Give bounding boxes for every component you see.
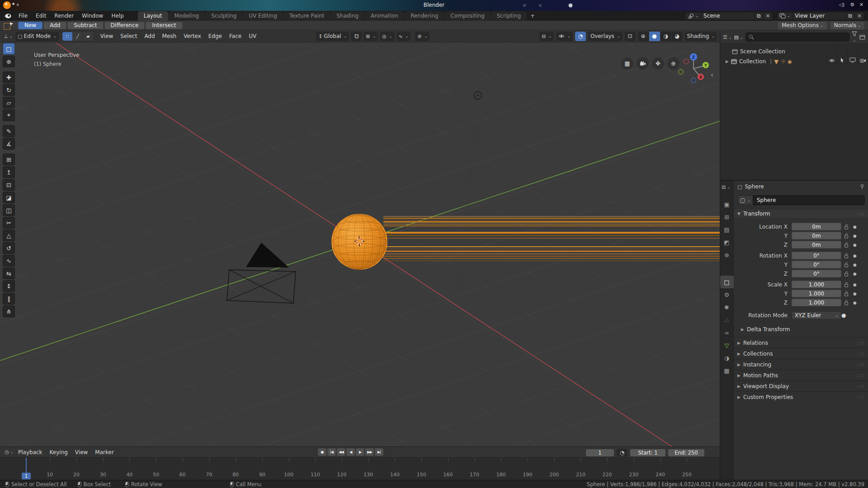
outliner-filter-icon[interactable]: ⌄ bbox=[852, 31, 857, 43]
playhead-frame-badge[interactable]: 1 bbox=[22, 473, 31, 479]
sidebar-collapse-icon[interactable]: ‹ bbox=[711, 71, 713, 79]
unlock-icon[interactable] bbox=[841, 233, 851, 239]
timeline-menu[interactable]: Marker bbox=[91, 448, 117, 456]
menubar-menu[interactable]: Window bbox=[78, 12, 107, 20]
viewport-visibility-icon[interactable] bbox=[847, 44, 858, 64]
tool-bevel[interactable]: ◪ bbox=[3, 192, 15, 203]
expand-icon[interactable]: ▶ bbox=[726, 59, 729, 64]
tab-object[interactable]: □ bbox=[720, 276, 734, 288]
tab-view-layer[interactable]: ▤ bbox=[720, 223, 734, 236]
wireframe-shading-icon[interactable]: ⊕ bbox=[638, 32, 649, 41]
ortho-grid-icon[interactable]: ▦ bbox=[621, 57, 633, 70]
frame-end-field[interactable]: End: 250 bbox=[668, 449, 704, 456]
use-preview-range-icon[interactable]: ◔ bbox=[617, 449, 627, 456]
collapsed-panel[interactable]: ▶Collections:::: bbox=[734, 348, 868, 359]
hide-eye-icon[interactable] bbox=[826, 44, 837, 64]
overlays-toggle-icon[interactable]: ◔ bbox=[575, 32, 586, 41]
animate-dot-icon[interactable]: ● bbox=[851, 282, 859, 287]
menubar-menu[interactable]: File bbox=[14, 12, 32, 20]
value-field[interactable]: 1.000 bbox=[792, 281, 841, 288]
workspace-tab[interactable]: Shading bbox=[330, 11, 364, 21]
panel-drag-dots[interactable]: :::: bbox=[858, 384, 865, 389]
tool-shear[interactable]: ∥ bbox=[3, 293, 15, 305]
value-field[interactable]: 0m bbox=[792, 223, 841, 230]
viewport-menu[interactable]: Vertex bbox=[180, 32, 205, 40]
view-layer-icon[interactable]: ⌄ bbox=[777, 12, 793, 20]
animate-dot-icon[interactable]: ● bbox=[851, 243, 859, 247]
visibility-dropdown[interactable]: ⌄ bbox=[556, 32, 573, 41]
value-field[interactable]: 1.000 bbox=[792, 299, 841, 306]
workspace-tab[interactable]: Sculpting bbox=[205, 11, 242, 21]
tool-move[interactable]: ✚ bbox=[3, 71, 15, 83]
face-select-mode[interactable]: ▰ bbox=[83, 32, 93, 41]
record-button[interactable]: ● bbox=[318, 448, 326, 456]
scene-copy-icon[interactable]: ⧉ bbox=[754, 12, 763, 20]
value-field[interactable]: 0° bbox=[792, 261, 841, 268]
viewport-menu[interactable]: Select bbox=[117, 32, 141, 40]
outliner-search-input[interactable] bbox=[745, 33, 849, 42]
jump-to-end-button[interactable]: ▶| bbox=[375, 448, 383, 456]
tab-render[interactable]: ▣ bbox=[720, 198, 734, 211]
view-layer-remove-icon[interactable]: × bbox=[854, 12, 864, 20]
tab-output[interactable]: ⊞ bbox=[720, 211, 734, 223]
value-field[interactable]: 0m bbox=[792, 232, 841, 239]
tool-annotate[interactable]: ✎ bbox=[3, 125, 15, 137]
properties-editor[interactable]: ▤⌄ ▣⊞▤◩⊕□⚙✱∴∞▽◑▩ ▢ Sphere ▢⌄ Sphere ▼ Tr… bbox=[720, 181, 868, 480]
collapsed-panel[interactable]: ▶Motion Paths:::: bbox=[734, 370, 868, 380]
3d-viewport[interactable]: ⊥⌄ ▢ Edit Mode⌄ ∷╱▰ ViewSelectAddMeshVer… bbox=[0, 30, 720, 446]
outliner-editor-type-icon[interactable]: ☰⌄ bbox=[723, 34, 732, 40]
camera-view-icon[interactable] bbox=[637, 57, 649, 70]
boolean-mode-button[interactable]: Subtract bbox=[67, 22, 103, 29]
session-close-icon[interactable]: ✕ bbox=[859, 2, 863, 8]
boolean-mode-button[interactable]: Intersect bbox=[146, 22, 182, 29]
tool-shrink-fatten[interactable]: ↕ bbox=[3, 280, 15, 292]
tab-world[interactable]: ⊕ bbox=[720, 249, 734, 261]
scene-unlink-icon[interactable]: × bbox=[763, 12, 773, 20]
tool-rotate[interactable]: ↻ bbox=[3, 84, 15, 96]
workspace-tab[interactable]: UV Editing bbox=[243, 11, 283, 21]
delta-transform-subpanel[interactable]: ▶Delta Transform bbox=[734, 325, 868, 334]
menubar-menu[interactable]: Help bbox=[107, 12, 127, 20]
unlock-icon[interactable] bbox=[841, 224, 851, 230]
unlock-icon[interactable] bbox=[841, 291, 851, 296]
unlock-icon[interactable] bbox=[841, 262, 851, 267]
xray-toggle-icon[interactable]: ⊡ bbox=[625, 32, 636, 41]
add-workspace-button[interactable]: + bbox=[527, 11, 538, 21]
animate-dot-icon[interactable]: ● bbox=[851, 300, 859, 305]
object-type-icon[interactable]: ▢⌄ bbox=[737, 195, 753, 205]
collapsed-panel[interactable]: ▶Custom Properties:::: bbox=[734, 391, 868, 402]
navigation-gizmo[interactable]: Z Y X bbox=[677, 51, 710, 83]
menubar-menu[interactable]: Render bbox=[50, 12, 78, 20]
timeline-editor-type-icon[interactable]: ◷⌄ bbox=[4, 447, 14, 457]
viewport-menu[interactable]: Mesh bbox=[159, 32, 180, 40]
animate-dot-icon[interactable]: ● bbox=[851, 253, 859, 258]
animate-dot-icon[interactable]: ● bbox=[851, 225, 859, 229]
options-dropdown[interactable]: Mesh Options⌄ bbox=[778, 22, 826, 29]
animate-dot-icon[interactable]: ● bbox=[851, 291, 859, 296]
settings-icon[interactable]: ⚙ bbox=[850, 2, 854, 8]
tab-object-data[interactable]: ▽ bbox=[720, 339, 734, 352]
tool-select-box[interactable]: □ bbox=[3, 43, 15, 55]
value-field[interactable]: 1.000 bbox=[792, 290, 841, 297]
breadcrumb-object-name[interactable]: Sphere bbox=[745, 183, 764, 190]
transform-panel-header[interactable]: ▼ Transform :::: bbox=[734, 209, 868, 219]
value-field[interactable]: 0° bbox=[792, 270, 841, 277]
tool-smooth[interactable]: ∿ bbox=[3, 255, 15, 267]
unlock-icon[interactable] bbox=[841, 253, 851, 258]
workspace-tab[interactable]: Rendering bbox=[405, 11, 444, 21]
workspace-tab[interactable]: Animation bbox=[365, 11, 404, 21]
workspace-tab[interactable]: Compositing bbox=[444, 11, 490, 21]
tab-material[interactable]: ◑ bbox=[720, 352, 734, 364]
timeline-menu[interactable]: Keying bbox=[46, 448, 71, 456]
shading-dropdown[interactable]: Shading⌄ bbox=[685, 32, 717, 41]
tool-extrude[interactable]: ↥ bbox=[3, 166, 15, 178]
collapsed-panel[interactable]: ▶Relations:::: bbox=[734, 337, 868, 348]
view-layer-name[interactable]: View Layer bbox=[792, 12, 845, 20]
tab-physics[interactable]: ∴ bbox=[720, 314, 734, 326]
workspace-tab[interactable]: Modeling bbox=[169, 11, 205, 21]
tab-particles[interactable]: ✱ bbox=[720, 301, 734, 314]
tool-inset-faces[interactable]: ⊡ bbox=[3, 179, 15, 191]
tool-measure[interactable]: ∡ bbox=[3, 138, 15, 150]
outliner-editor[interactable]: ☰⌄ ▤⌄ ⌄ Scene Collection ▶ Collection | … bbox=[720, 30, 868, 181]
overlays-dropdown[interactable]: Overlays⌄ bbox=[588, 32, 623, 41]
